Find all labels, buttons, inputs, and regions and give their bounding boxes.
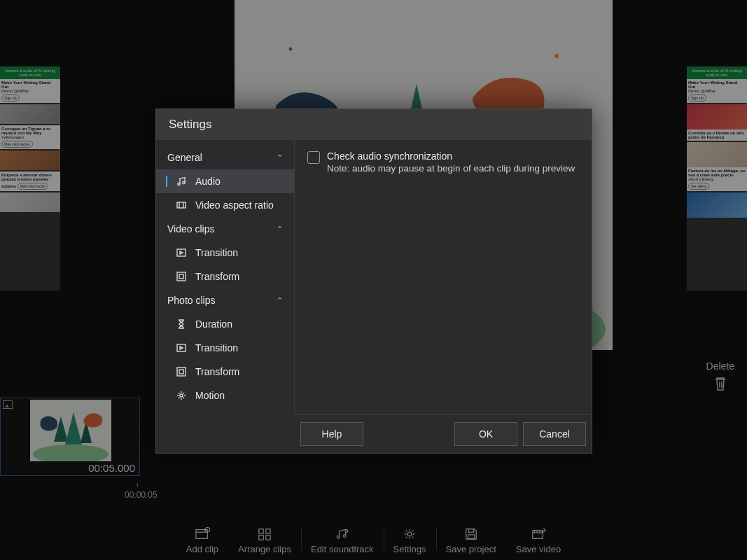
svg-point-24 bbox=[343, 534, 346, 537]
svg-point-25 bbox=[407, 532, 412, 536]
svg-point-23 bbox=[337, 536, 340, 538]
ad-cta[interactable]: Más información bbox=[1, 141, 33, 148]
ad-cta[interactable]: Sign Up bbox=[688, 94, 706, 102]
svg-rect-31 bbox=[177, 202, 186, 208]
sidebar-item-label: Video aspect ratio bbox=[195, 200, 274, 211]
sidebar-item-audio[interactable]: Audio bbox=[156, 169, 294, 193]
svg-rect-37 bbox=[179, 370, 183, 374]
check-audio-sync-checkbox[interactable] bbox=[307, 151, 320, 164]
ad-cta[interactable]: Sign Up bbox=[1, 94, 20, 102]
svg-rect-32 bbox=[177, 249, 186, 256]
ad-sub: Ahorro Energ. bbox=[688, 177, 746, 181]
sidebar-item-label: Transform bbox=[195, 271, 239, 282]
sidebar-item-label: Motion bbox=[195, 390, 225, 401]
svg-rect-21 bbox=[259, 535, 263, 539]
sidebar-item-label: Duration bbox=[195, 318, 232, 330]
sidebar-item-label: Transform bbox=[195, 366, 239, 377]
toolbar-label: Settings bbox=[393, 544, 426, 554]
clip-thumbnail bbox=[30, 400, 111, 461]
sidebar-item-photo-motion[interactable]: Motion bbox=[156, 384, 294, 407]
ad-column-left: Access a suite of AI writing tools in on… bbox=[0, 66, 60, 290]
ad-cta[interactable]: Más información bbox=[18, 183, 49, 190]
sidebar-item-video-transform[interactable]: Transform bbox=[156, 265, 294, 288]
transition-icon bbox=[176, 247, 187, 258]
timeline-clip[interactable]: 00:05.000 bbox=[0, 398, 140, 476]
ad-sub: Volkswagen bbox=[1, 135, 59, 139]
svg-rect-19 bbox=[259, 528, 263, 533]
transform-icon bbox=[176, 271, 187, 282]
sidebar-item-label: Transition bbox=[195, 247, 238, 258]
category-general[interactable]: General ⌃ bbox=[156, 146, 294, 169]
svg-rect-20 bbox=[266, 528, 270, 533]
music-icon bbox=[176, 176, 187, 187]
sidebar-item-photo-transition[interactable]: Transition bbox=[156, 336, 294, 360]
sidebar-item-video-transition[interactable]: Transition bbox=[156, 241, 294, 265]
ad-title: Contrata ya y llévate un año gratis de h… bbox=[688, 131, 744, 139]
add-clip-icon bbox=[195, 527, 210, 541]
add-clip-button[interactable]: Add clip bbox=[176, 527, 228, 554]
checkbox-label: Check audio synchronization bbox=[327, 150, 575, 162]
sidebar-item-video-aspect-ratio[interactable]: Video aspect ratio bbox=[156, 193, 294, 217]
toolbar-label: Edit soundtrack bbox=[311, 544, 374, 554]
toolbar-label: Arrange clips bbox=[238, 544, 291, 554]
ruler-tick bbox=[137, 483, 138, 487]
ad-title: Make Your Writing Stand Out bbox=[688, 80, 737, 89]
chevron-up-icon: ⌃ bbox=[277, 296, 283, 305]
svg-rect-34 bbox=[179, 274, 183, 279]
category-label: Video clips bbox=[167, 223, 214, 234]
svg-point-29 bbox=[178, 183, 181, 186]
delete-button[interactable]: Delete bbox=[706, 360, 734, 395]
dialog-footer: Help OK Cancel bbox=[295, 414, 592, 453]
ad-column-right: Access a suite of AI writing tools in on… bbox=[687, 66, 747, 290]
settings-dialog: Settings General ⌃ Audio Video aspect ra… bbox=[155, 108, 592, 454]
music-edit-icon bbox=[335, 527, 350, 541]
help-button[interactable]: Help bbox=[300, 422, 363, 446]
toolbar-label: Add clip bbox=[186, 544, 218, 554]
chevron-up-icon: ⌃ bbox=[277, 153, 283, 162]
ad-image bbox=[687, 142, 747, 167]
save-icon bbox=[463, 527, 479, 541]
category-label: Photo clips bbox=[167, 295, 215, 306]
sidebar-item-photo-transform[interactable]: Transform bbox=[156, 360, 294, 384]
svg-rect-36 bbox=[177, 368, 186, 376]
motion-icon bbox=[176, 390, 187, 401]
aspect-ratio-icon bbox=[176, 200, 187, 211]
category-photo-clips[interactable]: Photo clips ⌃ bbox=[156, 288, 294, 312]
cancel-button[interactable]: Cancel bbox=[523, 422, 586, 446]
transition-icon bbox=[176, 342, 187, 354]
ad-image bbox=[0, 150, 60, 170]
hourglass-icon bbox=[176, 318, 187, 330]
film-export-icon bbox=[531, 527, 546, 541]
clip-timestamp: 00:05.000 bbox=[88, 462, 135, 474]
arrange-clips-button[interactable]: Arrange clips bbox=[228, 527, 301, 554]
ad-cta[interactable]: Ver oferta bbox=[688, 183, 709, 190]
svg-point-30 bbox=[183, 181, 186, 184]
svg-rect-27 bbox=[468, 528, 473, 532]
save-project-button[interactable]: Save project bbox=[436, 527, 506, 554]
edit-soundtrack-button[interactable]: Edit soundtrack bbox=[301, 527, 384, 554]
category-label: General bbox=[167, 152, 202, 163]
dialog-content-panel: Check audio synchronization Note: audio … bbox=[295, 140, 592, 414]
delete-label: Delete bbox=[706, 360, 734, 372]
trash-icon bbox=[706, 376, 734, 395]
grid-icon bbox=[257, 527, 272, 541]
transform-icon bbox=[176, 366, 187, 377]
ad-title: Make Your Writing Stand Out bbox=[1, 80, 50, 89]
category-video-clips[interactable]: Video clips ⌃ bbox=[156, 217, 294, 241]
ad-title: Consigue un Tiguan a tu manera con My Wa… bbox=[1, 127, 50, 135]
svg-rect-26 bbox=[468, 534, 474, 538]
ad-headline: Access a suite of AI writing tools in on… bbox=[0, 66, 60, 79]
gear-icon bbox=[402, 527, 417, 541]
svg-rect-22 bbox=[266, 535, 270, 539]
sidebar-item-photo-duration[interactable]: Duration bbox=[156, 312, 294, 336]
ad-sub: Demo QuillBot bbox=[1, 89, 59, 93]
settings-button[interactable]: Settings bbox=[384, 527, 436, 554]
svg-point-9 bbox=[554, 54, 559, 58]
ruler-label: 00:00:05 bbox=[125, 490, 158, 500]
dialog-sidebar: General ⌃ Audio Video aspect ratio Video… bbox=[156, 140, 295, 414]
save-video-button[interactable]: Save video bbox=[506, 527, 571, 554]
svg-point-38 bbox=[180, 394, 183, 397]
ad-headline: Access a suite of AI writing tools in on… bbox=[687, 66, 747, 79]
svg-rect-33 bbox=[177, 272, 186, 281]
ok-button[interactable]: OK bbox=[454, 422, 517, 446]
